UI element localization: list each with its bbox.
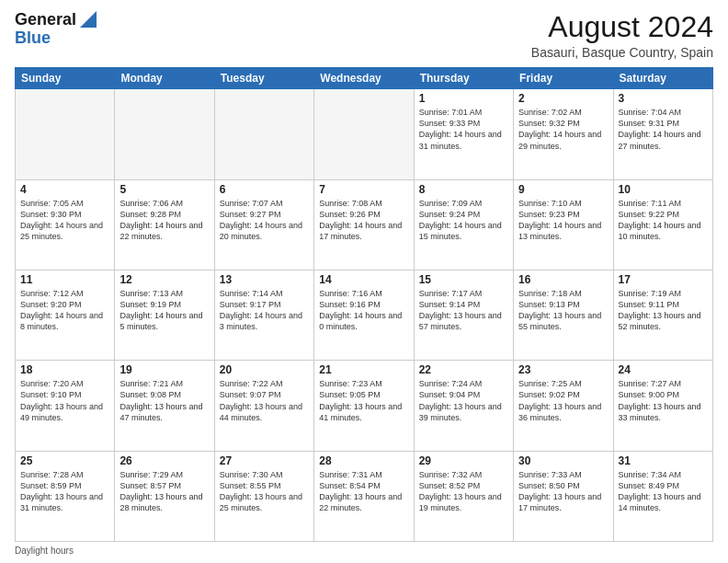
weekday-header-thursday: Thursday — [414, 68, 513, 89]
footer-note: Daylight hours — [15, 546, 713, 556]
week-row-1: 1Sunrise: 7:01 AM Sunset: 9:33 PM Daylig… — [16, 89, 713, 179]
date-number: 14 — [319, 273, 408, 286]
cell-content: Sunrise: 7:08 AM Sunset: 9:26 PM Dayligh… — [319, 198, 408, 243]
calendar: SundayMondayTuesdayWednesdayThursdayFrid… — [15, 67, 713, 542]
cell-content: Sunrise: 7:25 AM Sunset: 9:02 PM Dayligh… — [518, 378, 608, 423]
calendar-cell: 28Sunrise: 7:31 AM Sunset: 8:54 PM Dayli… — [314, 451, 414, 541]
calendar-cell: 1Sunrise: 7:01 AM Sunset: 9:33 PM Daylig… — [414, 89, 513, 179]
calendar-cell — [214, 89, 313, 179]
cell-content: Sunrise: 7:09 AM Sunset: 9:24 PM Dayligh… — [419, 198, 508, 243]
week-row-2: 4Sunrise: 7:05 AM Sunset: 9:30 PM Daylig… — [16, 179, 713, 270]
date-number: 18 — [20, 363, 109, 376]
cell-content: Sunrise: 7:17 AM Sunset: 9:14 PM Dayligh… — [419, 288, 508, 333]
weekday-header-monday: Monday — [115, 68, 214, 89]
calendar-cell: 15Sunrise: 7:17 AM Sunset: 9:14 PM Dayli… — [414, 270, 513, 360]
cell-content: Sunrise: 7:10 AM Sunset: 9:23 PM Dayligh… — [518, 198, 608, 243]
calendar-cell: 18Sunrise: 7:20 AM Sunset: 9:10 PM Dayli… — [16, 361, 115, 451]
date-number: 17 — [619, 273, 708, 286]
cell-content: Sunrise: 7:16 AM Sunset: 9:16 PM Dayligh… — [319, 288, 408, 333]
calendar-cell: 9Sunrise: 7:10 AM Sunset: 9:23 PM Daylig… — [514, 179, 613, 270]
weekday-header-row: SundayMondayTuesdayWednesdayThursdayFrid… — [16, 68, 713, 89]
cell-content: Sunrise: 7:27 AM Sunset: 9:00 PM Dayligh… — [619, 378, 708, 423]
cell-content: Sunrise: 7:13 AM Sunset: 9:19 PM Dayligh… — [119, 288, 209, 333]
calendar-cell: 25Sunrise: 7:28 AM Sunset: 8:59 PM Dayli… — [16, 451, 115, 541]
main-title: August 2024 — [531, 11, 713, 43]
cell-content: Sunrise: 7:04 AM Sunset: 9:31 PM Dayligh… — [619, 107, 708, 152]
cell-content: Sunrise: 7:31 AM Sunset: 8:54 PM Dayligh… — [319, 469, 408, 514]
date-number: 22 — [419, 363, 508, 376]
calendar-cell: 4Sunrise: 7:05 AM Sunset: 9:30 PM Daylig… — [16, 179, 115, 270]
subtitle: Basauri, Basque Country, Spain — [531, 45, 713, 60]
calendar-cell: 26Sunrise: 7:29 AM Sunset: 8:57 PM Dayli… — [115, 451, 214, 541]
cell-content: Sunrise: 7:14 AM Sunset: 9:17 PM Dayligh… — [220, 288, 309, 333]
title-section: August 2024 Basauri, Basque Country, Spa… — [531, 11, 713, 60]
date-number: 26 — [119, 454, 209, 467]
cell-content: Sunrise: 7:19 AM Sunset: 9:11 PM Dayligh… — [619, 288, 708, 333]
cell-content: Sunrise: 7:24 AM Sunset: 9:04 PM Dayligh… — [419, 378, 508, 423]
date-number: 25 — [20, 454, 109, 467]
calendar-cell: 12Sunrise: 7:13 AM Sunset: 9:19 PM Dayli… — [115, 270, 214, 360]
logo-blue-text: Blue — [15, 29, 51, 48]
weekday-header-tuesday: Tuesday — [214, 68, 313, 89]
calendar-cell: 30Sunrise: 7:33 AM Sunset: 8:50 PM Dayli… — [514, 451, 613, 541]
cell-content: Sunrise: 7:28 AM Sunset: 8:59 PM Dayligh… — [20, 469, 109, 514]
calendar-cell: 22Sunrise: 7:24 AM Sunset: 9:04 PM Dayli… — [414, 361, 513, 451]
week-row-5: 25Sunrise: 7:28 AM Sunset: 8:59 PM Dayli… — [16, 451, 713, 541]
logo-general-text: General — [15, 11, 76, 29]
weekday-header-saturday: Saturday — [613, 68, 712, 89]
calendar-cell: 17Sunrise: 7:19 AM Sunset: 9:11 PM Dayli… — [613, 270, 712, 360]
cell-content: Sunrise: 7:02 AM Sunset: 9:32 PM Dayligh… — [518, 107, 608, 152]
calendar-cell: 10Sunrise: 7:11 AM Sunset: 9:22 PM Dayli… — [613, 179, 712, 270]
date-number: 11 — [20, 273, 109, 286]
header: General Blue August 2024 Basauri, Basque… — [15, 11, 713, 60]
calendar-cell — [314, 89, 414, 179]
date-number: 15 — [419, 273, 508, 286]
calendar-cell: 3Sunrise: 7:04 AM Sunset: 9:31 PM Daylig… — [613, 89, 712, 179]
calendar-cell: 20Sunrise: 7:22 AM Sunset: 9:07 PM Dayli… — [214, 361, 313, 451]
cell-content: Sunrise: 7:23 AM Sunset: 9:05 PM Dayligh… — [319, 378, 408, 423]
date-number: 6 — [220, 183, 309, 196]
calendar-cell: 24Sunrise: 7:27 AM Sunset: 9:00 PM Dayli… — [613, 361, 712, 451]
date-number: 31 — [619, 454, 708, 467]
cell-content: Sunrise: 7:07 AM Sunset: 9:27 PM Dayligh… — [220, 198, 309, 243]
cell-content: Sunrise: 7:30 AM Sunset: 8:55 PM Dayligh… — [220, 469, 309, 514]
svg-marker-0 — [80, 11, 97, 28]
calendar-cell: 8Sunrise: 7:09 AM Sunset: 9:24 PM Daylig… — [414, 179, 513, 270]
weekday-header-friday: Friday — [514, 68, 613, 89]
date-number: 2 — [518, 92, 608, 105]
date-number: 20 — [220, 363, 309, 376]
calendar-cell: 27Sunrise: 7:30 AM Sunset: 8:55 PM Dayli… — [214, 451, 313, 541]
calendar-cell: 6Sunrise: 7:07 AM Sunset: 9:27 PM Daylig… — [214, 179, 313, 270]
cell-content: Sunrise: 7:18 AM Sunset: 9:13 PM Dayligh… — [518, 288, 608, 333]
cell-content: Sunrise: 7:01 AM Sunset: 9:33 PM Dayligh… — [419, 107, 508, 152]
cell-content: Sunrise: 7:21 AM Sunset: 9:08 PM Dayligh… — [119, 378, 209, 423]
date-number: 5 — [119, 183, 209, 196]
date-number: 12 — [119, 273, 209, 286]
cell-content: Sunrise: 7:34 AM Sunset: 8:49 PM Dayligh… — [619, 469, 708, 514]
week-row-4: 18Sunrise: 7:20 AM Sunset: 9:10 PM Dayli… — [16, 361, 713, 451]
date-number: 19 — [119, 363, 209, 376]
date-number: 28 — [319, 454, 408, 467]
date-number: 23 — [518, 363, 608, 376]
calendar-cell: 13Sunrise: 7:14 AM Sunset: 9:17 PM Dayli… — [214, 270, 313, 360]
cell-content: Sunrise: 7:33 AM Sunset: 8:50 PM Dayligh… — [518, 469, 608, 514]
weekday-header-sunday: Sunday — [16, 68, 115, 89]
calendar-cell: 16Sunrise: 7:18 AM Sunset: 9:13 PM Dayli… — [514, 270, 613, 360]
date-number: 7 — [319, 183, 408, 196]
date-number: 13 — [220, 273, 309, 286]
cell-content: Sunrise: 7:20 AM Sunset: 9:10 PM Dayligh… — [20, 378, 109, 423]
calendar-cell: 21Sunrise: 7:23 AM Sunset: 9:05 PM Dayli… — [314, 361, 414, 451]
weekday-header-wednesday: Wednesday — [314, 68, 414, 89]
logo: General Blue — [15, 11, 97, 48]
date-number: 8 — [419, 183, 508, 196]
calendar-cell: 5Sunrise: 7:06 AM Sunset: 9:28 PM Daylig… — [115, 179, 214, 270]
calendar-cell: 11Sunrise: 7:12 AM Sunset: 9:20 PM Dayli… — [16, 270, 115, 360]
date-number: 4 — [20, 183, 109, 196]
calendar-cell — [115, 89, 214, 179]
calendar-cell: 29Sunrise: 7:32 AM Sunset: 8:52 PM Dayli… — [414, 451, 513, 541]
calendar-cell: 14Sunrise: 7:16 AM Sunset: 9:16 PM Dayli… — [314, 270, 414, 360]
calendar-table: SundayMondayTuesdayWednesdayThursdayFrid… — [15, 67, 713, 542]
calendar-cell: 23Sunrise: 7:25 AM Sunset: 9:02 PM Dayli… — [514, 361, 613, 451]
cell-content: Sunrise: 7:32 AM Sunset: 8:52 PM Dayligh… — [419, 469, 508, 514]
date-number: 24 — [619, 363, 708, 376]
